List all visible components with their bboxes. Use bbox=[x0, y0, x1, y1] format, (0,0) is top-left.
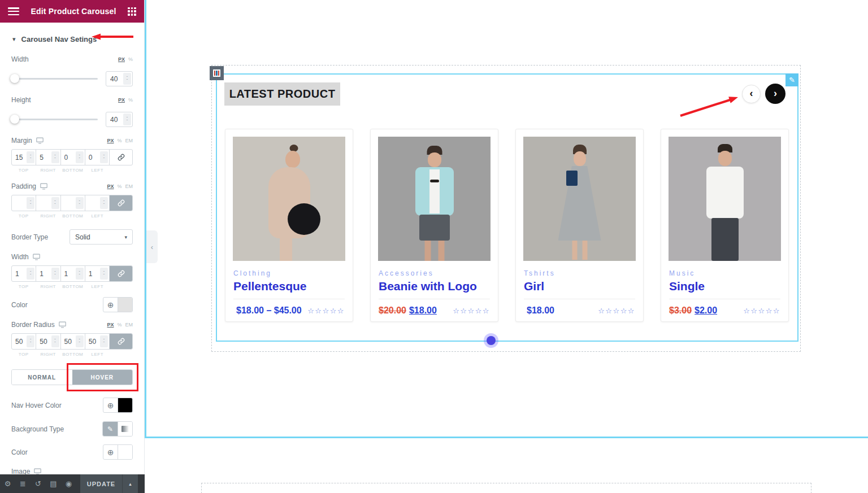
menu-icon[interactable] bbox=[8, 7, 19, 15]
globe-icon[interactable]: ⊕ bbox=[103, 398, 118, 412]
height-slider[interactable] bbox=[11, 119, 98, 120]
width-slider[interactable] bbox=[11, 78, 98, 80]
border-width-right-input[interactable] bbox=[36, 270, 51, 278]
unit-px[interactable]: PX bbox=[107, 184, 114, 189]
settings-icon[interactable]: ⚙ bbox=[0, 479, 15, 488]
next-section-outline[interactable] bbox=[201, 483, 811, 493]
update-button[interactable]: UPDATE bbox=[80, 474, 122, 493]
unit-percent[interactable]: % bbox=[128, 56, 133, 62]
width-input[interactable] bbox=[106, 75, 123, 83]
link-values-icon[interactable] bbox=[109, 150, 132, 165]
stepper-icon[interactable] bbox=[100, 197, 108, 209]
widgets-grid-icon[interactable] bbox=[128, 7, 136, 16]
border-width-top-input[interactable] bbox=[12, 270, 27, 278]
stepper-icon[interactable] bbox=[51, 151, 59, 163]
monitor-icon[interactable] bbox=[36, 137, 44, 144]
product-image[interactable] bbox=[669, 137, 781, 261]
tab-hover[interactable]: HOVER bbox=[72, 370, 133, 385]
nav-hover-color-swatch[interactable] bbox=[118, 398, 132, 412]
update-options-caret-icon[interactable]: ▴ bbox=[122, 474, 138, 493]
monitor-icon[interactable] bbox=[40, 183, 47, 190]
product-category[interactable]: Tshirts bbox=[524, 269, 635, 277]
unit-px[interactable]: PX bbox=[118, 56, 125, 62]
unit-em[interactable]: EM bbox=[125, 138, 133, 143]
product-card[interactable]: Music Single $3.00$2.00 ☆☆☆☆☆ bbox=[661, 129, 789, 322]
product-card[interactable]: Accessories Beanie with Logo $20.00$18.0… bbox=[370, 129, 498, 322]
margin-bottom-input[interactable] bbox=[61, 154, 76, 162]
padding-right-input[interactable] bbox=[36, 199, 51, 207]
unit-percent[interactable]: % bbox=[117, 184, 121, 189]
stepper-icon[interactable] bbox=[76, 151, 84, 163]
unit-percent[interactable]: % bbox=[128, 97, 133, 103]
radius-bottom-input[interactable] bbox=[61, 338, 76, 346]
margin-right-input[interactable] bbox=[36, 154, 51, 162]
padding-left-input[interactable] bbox=[85, 199, 100, 207]
carousel-next-button[interactable]: › bbox=[765, 84, 785, 104]
globe-icon[interactable]: ⊕ bbox=[103, 298, 118, 312]
stepper-icon[interactable] bbox=[27, 268, 34, 280]
product-title[interactable]: Pellentesque bbox=[233, 280, 345, 299]
radius-left-input[interactable] bbox=[85, 338, 100, 346]
brush-icon[interactable]: ✎ bbox=[103, 422, 118, 436]
gradient-icon[interactable] bbox=[118, 422, 132, 436]
margin-top-input[interactable] bbox=[12, 154, 27, 162]
monitor-icon[interactable] bbox=[34, 468, 41, 474]
stepper-icon[interactable] bbox=[76, 335, 84, 347]
unit-em[interactable]: EM bbox=[125, 184, 133, 189]
globe-icon[interactable]: ⊕ bbox=[103, 445, 118, 459]
unit-px[interactable]: PX bbox=[107, 322, 114, 328]
accordion-carousel-nav-settings[interactable]: ▾ Carousel Nav Setings bbox=[12, 32, 133, 46]
link-values-icon[interactable] bbox=[109, 266, 132, 281]
edit-widget-button[interactable]: ✎ bbox=[785, 73, 798, 86]
unit-px[interactable]: PX bbox=[107, 138, 114, 143]
unit-percent[interactable]: % bbox=[117, 322, 121, 328]
unit-px[interactable]: PX bbox=[118, 97, 125, 103]
product-card[interactable]: Tshirts Girl $18.00 ☆☆☆☆☆ bbox=[515, 129, 644, 322]
product-image[interactable] bbox=[233, 137, 345, 261]
unit-percent[interactable]: % bbox=[117, 138, 121, 143]
stepper-icon[interactable] bbox=[27, 151, 34, 163]
stepper-icon[interactable] bbox=[123, 114, 131, 125]
carousel-prev-button[interactable]: ‹ bbox=[742, 85, 761, 103]
product-category[interactable]: Accessories bbox=[379, 269, 490, 277]
history-icon[interactable]: ↺ bbox=[31, 479, 46, 488]
section-drag-handle[interactable] bbox=[210, 66, 224, 80]
link-values-icon[interactable] bbox=[109, 195, 132, 211]
stepper-icon[interactable] bbox=[27, 197, 34, 209]
height-input[interactable] bbox=[106, 116, 123, 124]
monitor-icon[interactable] bbox=[59, 321, 66, 328]
navigator-icon[interactable]: ≣ bbox=[15, 479, 31, 488]
product-category[interactable]: Music bbox=[669, 269, 780, 277]
stepper-icon[interactable] bbox=[51, 335, 59, 347]
margin-left-input[interactable] bbox=[85, 154, 100, 162]
stepper-icon[interactable] bbox=[51, 197, 59, 209]
bg-color-swatch[interactable] bbox=[118, 445, 132, 459]
stepper-icon[interactable] bbox=[100, 151, 108, 163]
product-card[interactable]: Clothing Pellentesque $18.00 – $45.00 ☆☆… bbox=[225, 129, 353, 322]
unit-em[interactable]: EM bbox=[125, 322, 133, 328]
product-image[interactable] bbox=[378, 137, 491, 261]
stepper-icon[interactable] bbox=[76, 197, 84, 209]
width-slider-thumb[interactable] bbox=[10, 74, 19, 83]
radius-top-input[interactable] bbox=[12, 338, 27, 346]
preview-eye-icon[interactable]: ◉ bbox=[61, 479, 76, 488]
carousel-pagination-dot[interactable] bbox=[484, 333, 498, 348]
height-slider-thumb[interactable] bbox=[10, 115, 19, 124]
panel-collapse-handle[interactable]: ‹ bbox=[146, 230, 158, 263]
product-image[interactable] bbox=[523, 137, 636, 261]
product-title[interactable]: Single bbox=[669, 280, 780, 299]
border-width-bottom-input[interactable] bbox=[61, 270, 76, 278]
product-title[interactable]: Beanie with Logo bbox=[379, 280, 490, 299]
stepper-icon[interactable] bbox=[27, 335, 34, 347]
product-title[interactable]: Girl bbox=[524, 280, 635, 299]
link-values-icon[interactable] bbox=[109, 334, 132, 349]
padding-top-input[interactable] bbox=[12, 199, 27, 207]
tab-normal[interactable]: NORMAL bbox=[12, 370, 72, 385]
border-width-left-input[interactable] bbox=[85, 270, 100, 278]
stepper-icon[interactable] bbox=[76, 268, 84, 280]
border-type-select[interactable]: Solid ▾ bbox=[70, 229, 133, 245]
border-color-swatch[interactable] bbox=[118, 298, 132, 312]
radius-right-input[interactable] bbox=[36, 338, 51, 346]
product-category[interactable]: Clothing bbox=[233, 269, 345, 277]
padding-bottom-input[interactable] bbox=[61, 199, 76, 207]
